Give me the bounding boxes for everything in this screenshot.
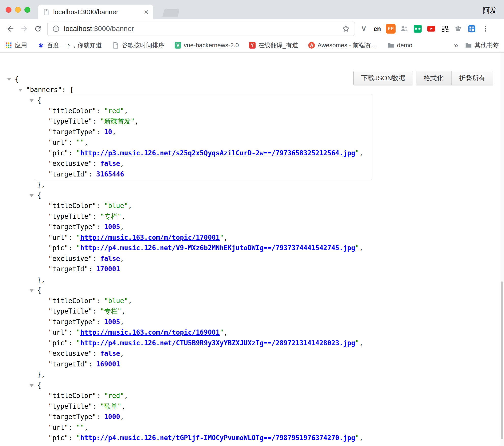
json-colon: : <box>88 265 96 273</box>
json-value-number: 1000 <box>104 413 120 421</box>
json-line: "url": "", <box>48 422 363 433</box>
json-link-value[interactable]: http://music.163.com/m/topic/170001 <box>80 234 220 241</box>
awesomes-icon: A <box>308 42 315 49</box>
url-text: localhost:3000/banner <box>64 25 134 33</box>
extension-org-chart-icon[interactable] <box>399 24 409 34</box>
json-line: "typeTitle": "专栏", <box>48 306 363 317</box>
bookmarks-overflow-icon[interactable]: » <box>454 41 458 50</box>
close-window-button[interactable] <box>6 7 11 13</box>
json-colon: : <box>96 223 104 231</box>
extension-paw-icon[interactable] <box>453 24 463 34</box>
tab-close-icon[interactable]: × <box>144 8 149 16</box>
json-line: "targetType": 1000, <box>48 412 363 422</box>
json-comma: , <box>121 403 125 410</box>
scrollbar-thumb[interactable] <box>501 281 503 439</box>
other-bookmarks-folder[interactable]: 其他书签 <box>465 41 499 49</box>
json-tree: {"banners": [{"titleColor": "red","typeT… <box>0 53 500 446</box>
json-line: "typeTitle": "歌单", <box>48 401 363 412</box>
new-tab-button[interactable] <box>162 9 180 17</box>
collapse-toggle-icon[interactable] <box>30 384 34 387</box>
window-controls <box>6 7 30 13</box>
json-value-string: "专栏" <box>100 213 121 220</box>
json-link-value[interactable]: http://p4.music.126.net/V9-MXz6b2MNhEKju… <box>80 244 355 252</box>
json-comma: , <box>359 244 363 252</box>
extension-youtube-icon[interactable] <box>426 24 436 34</box>
json-link-value[interactable]: http://p4.music.126.net/CTU5B9R9y3XyYBZX… <box>80 339 355 347</box>
json-value-boolean: false <box>100 255 120 262</box>
apps-icon <box>5 42 12 49</box>
bookmark-star-icon[interactable] <box>342 25 350 33</box>
json-comma: , <box>224 329 228 336</box>
bookmark-label: 其他书签 <box>474 41 499 49</box>
tab-strip: localhost:3000/banner × 阿发 <box>0 0 504 19</box>
json-colon: : <box>92 213 100 220</box>
json-colon: : <box>96 128 104 136</box>
collapse-toggle-icon[interactable] <box>18 89 22 92</box>
json-comma: , <box>120 413 124 421</box>
json-quote: " <box>355 244 359 252</box>
profile-name[interactable]: 阿发 <box>483 6 497 15</box>
json-brace: }, <box>37 181 45 188</box>
json-object: {"titleColor": "blue","typeTitle": "专栏",… <box>37 190 500 285</box>
page-content: 下载JSON数据 格式化 折叠所有 {"banners": [{"titleCo… <box>0 53 504 446</box>
json-line: "titleColor": "blue", <box>48 201 363 211</box>
bookmark-item-awesomes[interactable]: AAwesomes - 前端资… <box>308 41 377 49</box>
bookmark-label: demo <box>397 42 412 49</box>
bookmarks-list: 应用百度一下，你就知道谷歌按时间排序Vvue-hackernews-2.0Y在线… <box>5 41 412 49</box>
json-key: "url" <box>48 139 68 146</box>
json-link-value[interactable]: http://music.163.com/m/topic/169001 <box>80 329 220 336</box>
json-comma: , <box>128 202 132 210</box>
scrollbar-track[interactable] <box>500 53 504 446</box>
browser-tab[interactable]: localhost:3000/banner × <box>38 5 153 19</box>
extension-fe-icon[interactable]: FE <box>386 24 396 34</box>
json-colon: : <box>92 350 100 357</box>
json-comma: , <box>135 117 139 125</box>
json-value-string: "歌单" <box>100 403 121 410</box>
extension-tampermonkey-icon[interactable] <box>413 24 423 34</box>
back-button[interactable] <box>4 22 17 36</box>
reload-button[interactable] <box>31 22 45 36</box>
json-quote: " <box>76 329 80 336</box>
json-link-value[interactable]: http://p3.music.126.net/s25q2x5QyqsAzilC… <box>80 149 355 157</box>
address-bar[interactable]: localhost:3000/banner <box>47 22 355 36</box>
extension-translate-icon[interactable]: en <box>372 24 382 34</box>
json-colon: : <box>96 202 104 210</box>
collapse-toggle-icon[interactable] <box>30 99 34 102</box>
bookmark-label: 谷歌按时间排序 <box>122 41 164 49</box>
json-brace: }, <box>37 276 45 284</box>
json-value-string: "专栏" <box>100 307 121 315</box>
browser-menu-icon[interactable] <box>480 23 491 35</box>
bookmark-item-apps[interactable]: 应用 <box>5 41 27 49</box>
json-colon: : <box>92 117 100 125</box>
forward-button[interactable] <box>17 22 31 36</box>
json-comma: , <box>224 234 228 241</box>
json-value-string: "red" <box>104 392 124 399</box>
collapse-toggle-icon[interactable] <box>30 289 34 292</box>
collapse-toggle-icon[interactable] <box>7 78 11 81</box>
json-value-string: "" <box>76 424 84 431</box>
bookmark-item-baidu[interactable]: 百度一下，你就知道 <box>37 41 102 49</box>
bookmark-item-page[interactable]: 谷歌按时间排序 <box>112 41 164 49</box>
json-line: "targetId": 170001 <box>48 264 363 275</box>
extension-qr-code-icon[interactable] <box>440 24 450 34</box>
json-key: "typeTitle" <box>48 403 92 410</box>
json-link-value[interactable]: http://p4.music.126.net/tGPljf-IMOCyPvum… <box>80 434 355 442</box>
minimize-window-button[interactable] <box>15 7 21 13</box>
json-value-string: "新碟首发" <box>100 117 135 125</box>
json-comma: , <box>120 255 124 262</box>
json-key: "targetId" <box>48 170 88 178</box>
extension-v-tool-icon[interactable]: V <box>359 24 369 34</box>
page-info-icon[interactable] <box>52 25 60 33</box>
json-object-body: {"titleColor": "red","typeTitle": "新碟首发"… <box>37 95 365 180</box>
json-bracket: [ <box>70 86 74 94</box>
bookmark-item-vue[interactable]: Vvue-hackernews-2.0 <box>175 42 239 49</box>
extension-guard-icon[interactable] <box>467 24 477 34</box>
json-colon: : <box>68 329 76 336</box>
fullscreen-window-button[interactable] <box>24 7 30 13</box>
json-line: "url": "", <box>48 137 363 148</box>
bookmark-item-demo-folder[interactable]: demo <box>387 42 412 49</box>
json-line: { <box>37 285 363 296</box>
collapse-toggle-icon[interactable] <box>30 194 34 197</box>
json-colon: : <box>68 434 76 442</box>
bookmark-item-youdao[interactable]: Y在线翻译_有道 <box>249 41 298 49</box>
